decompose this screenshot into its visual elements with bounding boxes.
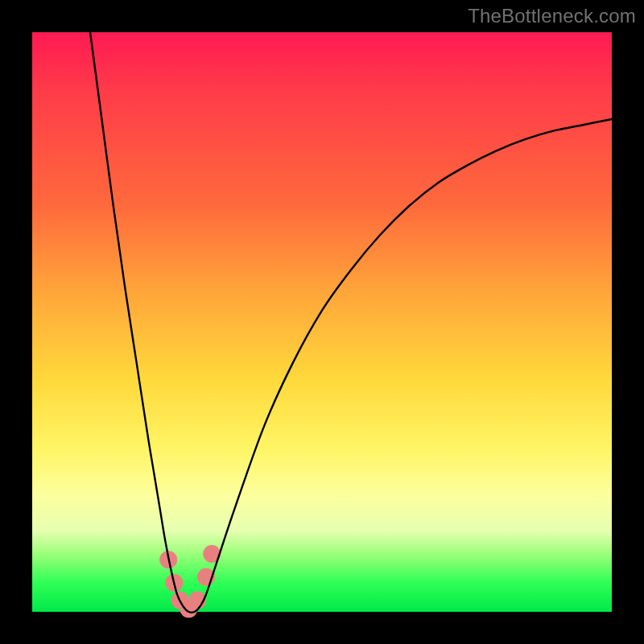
chart-frame: TheBottleneck.com: [0, 0, 644, 644]
curve-path: [90, 32, 612, 613]
chart-svg: [32, 32, 612, 612]
plot-area: [32, 32, 612, 612]
watermark-text: TheBottleneck.com: [468, 5, 636, 27]
